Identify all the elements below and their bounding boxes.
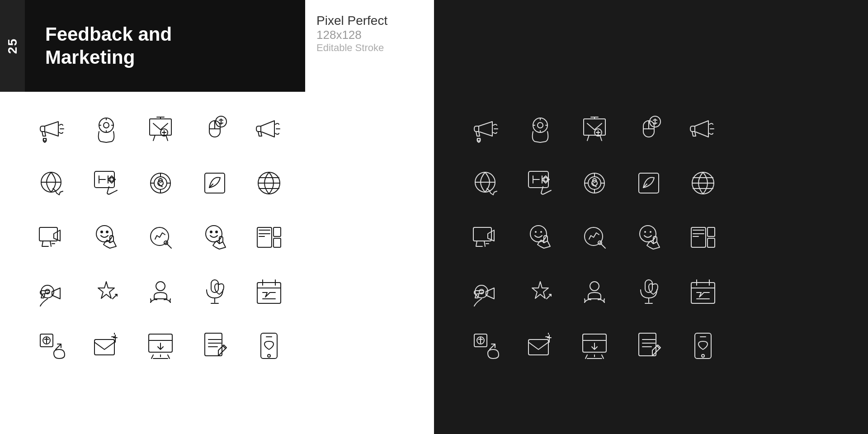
svg-point-60 [540, 231, 542, 233]
pixel-info: Pixel Perfect 128x128 Editable Stroke [316, 14, 387, 54]
editable-label: Editable Stroke [316, 42, 387, 54]
svg-point-59 [535, 231, 537, 233]
icon-megaphone-simple [244, 104, 294, 154]
header-bar: 25 Feedback andMarketing [0, 0, 305, 92]
svg-point-23 [210, 231, 212, 233]
icon-dollar-chess [27, 321, 77, 371]
dark-icon-globe-segments [678, 158, 728, 208]
dark-icon-phone-heart [678, 321, 728, 371]
dark-icon-text-document [624, 321, 674, 371]
dark-icon-megaphone-leaf [461, 104, 511, 154]
icon-device-layout [244, 212, 294, 262]
svg-point-50 [544, 178, 547, 181]
dark-icon-dollar-chess [461, 321, 511, 371]
dark-icon-monitor-megaphone [461, 212, 511, 262]
svg-point-40 [268, 354, 270, 357]
svg-point-41 [477, 138, 480, 141]
icon-person-cycle [136, 267, 185, 316]
svg-point-31 [156, 282, 165, 291]
dark-icon-presentation-download [570, 321, 619, 371]
dark-icon-mic-heart [624, 267, 674, 316]
dark-icon-emoji-click [515, 212, 565, 262]
dark-icon-device-layout [678, 212, 728, 262]
side-label-text: 25 [5, 38, 20, 54]
dark-icon-star-growth [515, 267, 565, 316]
icon-chart-search [136, 212, 185, 262]
svg-marker-71 [532, 282, 548, 298]
svg-point-64 [644, 231, 646, 233]
icon-email-plug [81, 321, 131, 371]
icon-emoji-click [81, 212, 131, 262]
svg-rect-79 [639, 333, 656, 356]
left-panel: 25 Feedback andMarketing Pixel Perfect 1… [0, 0, 434, 434]
svg-point-0 [43, 138, 46, 141]
icon-emoji-click2 [190, 212, 240, 262]
svg-point-81 [702, 354, 704, 357]
icon-globe-segments [244, 158, 294, 208]
icon-globe-www [27, 158, 77, 208]
svg-point-43 [538, 123, 543, 128]
dark-icon-search-question [515, 158, 565, 208]
svg-marker-30 [98, 282, 114, 298]
dark-icon-person-cycle [570, 267, 619, 316]
icon-megaphone-leaf [27, 104, 77, 154]
svg-rect-67 [708, 227, 715, 236]
svg-rect-55 [639, 173, 659, 193]
pixel-perfect-label: Pixel Perfect [316, 14, 387, 28]
icon-mouse-dollar [190, 104, 240, 154]
svg-rect-77 [528, 340, 548, 355]
dark-icon-megaphone-simple [678, 104, 728, 154]
svg-rect-38 [205, 333, 222, 356]
icon-text-document [190, 321, 240, 371]
icon-leaf-eco [190, 158, 240, 208]
icon-phone-heart [244, 321, 294, 371]
svg-rect-14 [205, 173, 225, 193]
dark-icon-emoji-click2 [624, 212, 674, 262]
right-panel [434, 0, 868, 434]
svg-point-9 [110, 178, 113, 181]
icon-head-target [81, 104, 131, 154]
dark-icon-leaf-eco [624, 158, 674, 208]
svg-rect-68 [708, 238, 715, 247]
svg-point-24 [216, 231, 217, 233]
dark-icon-location-megaphone [461, 267, 511, 316]
svg-point-18 [101, 231, 103, 233]
icon-target-crosshair [136, 158, 185, 208]
main-title: Feedback andMarketing [45, 23, 172, 69]
dark-icon-presentation-board [570, 104, 619, 154]
icon-mic-heart [190, 267, 240, 316]
svg-point-65 [650, 231, 651, 233]
dark-icon-mouse-dollar [624, 104, 674, 154]
icon-monitor-megaphone [27, 212, 77, 262]
dimensions-label: 128x128 [316, 28, 387, 42]
svg-rect-36 [94, 340, 114, 355]
icon-presentation-board [136, 104, 185, 154]
side-label: 25 [0, 0, 25, 92]
icon-location-megaphone [27, 267, 77, 316]
icon-search-question [81, 158, 131, 208]
dark-icon-grid [461, 104, 728, 371]
dark-icon-globe-www [461, 158, 511, 208]
svg-point-72 [590, 282, 599, 291]
icon-star-growth [81, 267, 131, 316]
icon-presentation-download [136, 321, 185, 371]
dark-icon-email-plug [515, 321, 565, 371]
dark-icon-chart-search [570, 212, 619, 262]
dark-icon-calendar-marketing [678, 267, 728, 316]
svg-rect-27 [274, 238, 281, 247]
dark-icon-target-crosshair [570, 158, 619, 208]
dark-icon-head-target [515, 104, 565, 154]
svg-point-2 [104, 123, 109, 128]
light-icon-grid [27, 104, 294, 371]
icon-calendar-marketing [244, 267, 294, 316]
svg-rect-26 [274, 227, 281, 236]
svg-point-19 [106, 231, 108, 233]
